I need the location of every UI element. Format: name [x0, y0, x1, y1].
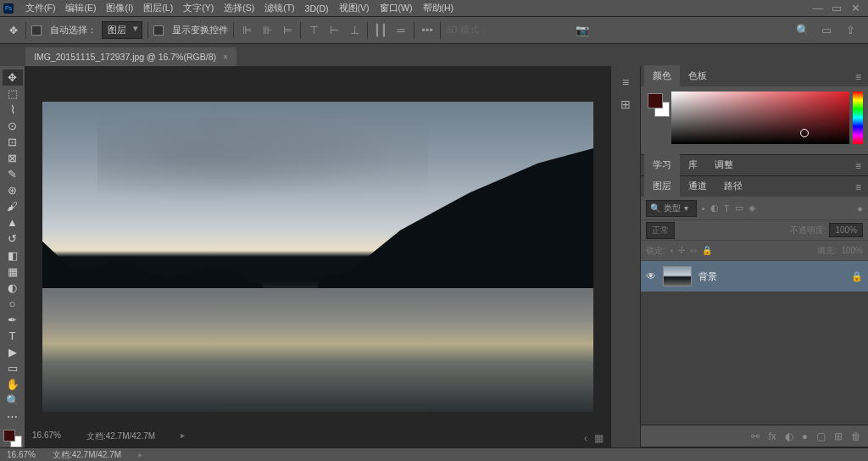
group-icon[interactable]: ▢: [816, 430, 826, 442]
status-zoom[interactable]: 16.67%: [7, 450, 36, 459]
healing-tool[interactable]: ⊛: [3, 182, 23, 198]
color-swatch[interactable]: [3, 430, 22, 447]
lasso-tool[interactable]: ⌇: [3, 102, 23, 118]
tab-paths[interactable]: 路径: [715, 175, 751, 197]
panel-foreground-color[interactable]: [648, 93, 663, 108]
menu-window[interactable]: 窗口(W): [375, 0, 418, 17]
layer-thumbnail[interactable]: [663, 266, 692, 286]
distribute-v-icon[interactable]: ═: [393, 23, 409, 38]
move-tool[interactable]: ✥: [3, 69, 23, 86]
more-icon[interactable]: •••: [420, 23, 435, 38]
canvas[interactable]: [42, 102, 593, 412]
filter-toggle-icon[interactable]: ●: [857, 203, 863, 214]
color-panel-swatch[interactable]: [646, 92, 666, 151]
quick-select-tool[interactable]: ⊙: [3, 118, 23, 134]
new-layer-icon[interactable]: ⊞: [834, 430, 843, 442]
document-tab[interactable]: IMG_20151115_172937.jpg @ 16.7%(RGB/8) ×: [25, 47, 236, 66]
canvas-chevron-left-icon[interactable]: ‹: [584, 432, 587, 444]
menu-3d[interactable]: 3D(D): [300, 1, 334, 16]
brush-tool[interactable]: 🖌: [3, 198, 23, 214]
edit-toolbar[interactable]: ⋯: [3, 408, 23, 425]
path-select-tool[interactable]: ▶: [3, 344, 23, 360]
share-icon[interactable]: ⇪: [843, 23, 858, 38]
visibility-eye-icon[interactable]: 👁: [646, 270, 656, 282]
align-center-icon[interactable]: ⊪: [259, 23, 275, 38]
panel-menu-icon[interactable]: ≡: [849, 68, 868, 86]
menu-layer[interactable]: 图层(L): [138, 0, 178, 17]
rectangle-tool[interactable]: ▭: [3, 360, 23, 376]
eyedropper-tool[interactable]: ✎: [3, 166, 23, 182]
tab-learn[interactable]: 学习: [644, 154, 680, 175]
tab-layers[interactable]: 图层: [644, 175, 680, 197]
align-vmid-icon[interactable]: ⊢: [326, 23, 342, 38]
tab-adjustments[interactable]: 调整: [706, 154, 742, 175]
opacity-input[interactable]: 100%: [829, 223, 863, 237]
hue-strip[interactable]: [853, 92, 863, 144]
filter-shape-icon[interactable]: ▭: [735, 203, 743, 214]
align-right-icon[interactable]: ⊨: [280, 23, 295, 38]
menu-edit[interactable]: 编辑(E): [60, 0, 101, 17]
lock-position-icon[interactable]: ✢: [678, 246, 685, 255]
filter-adjust-icon[interactable]: ◐: [710, 203, 719, 214]
menu-filter[interactable]: 滤镜(T): [259, 0, 299, 17]
zoom-level[interactable]: 16.67%: [32, 430, 61, 442]
panel-menu-icon[interactable]: ≡: [849, 178, 868, 197]
menu-view[interactable]: 视图(V): [334, 0, 375, 17]
foreground-color[interactable]: [3, 430, 15, 442]
close-icon[interactable]: ✕: [849, 2, 861, 14]
color-field[interactable]: [671, 92, 849, 144]
crop-tool[interactable]: ⊡: [3, 134, 23, 150]
tab-libraries[interactable]: 库: [680, 154, 706, 175]
lock-pixels-icon[interactable]: ▪: [670, 246, 674, 255]
close-tab-icon[interactable]: ×: [223, 53, 228, 62]
menu-file[interactable]: 文件(F): [20, 0, 60, 17]
align-top-icon[interactable]: ⊤: [306, 23, 321, 38]
link-layers-icon[interactable]: ⚯: [751, 430, 760, 442]
layer-filter-search[interactable]: 🔍 类型 ▾: [646, 200, 697, 217]
lock-artboard-icon[interactable]: ⇔: [690, 246, 697, 255]
frame-tool[interactable]: ⊠: [3, 150, 23, 166]
dodge-tool[interactable]: ○: [3, 296, 23, 312]
lock-icon[interactable]: 🔒: [851, 271, 863, 282]
search-icon[interactable]: 🔍: [795, 23, 810, 38]
layer-row[interactable]: 👁 背景 🔒: [641, 261, 868, 292]
menu-image[interactable]: 图像(I): [101, 0, 138, 17]
move-tool-icon[interactable]: ✥: [7, 24, 20, 37]
showtransform-checkbox[interactable]: [153, 25, 164, 36]
panel-menu-icon[interactable]: ≡: [849, 157, 868, 175]
status-chevron-icon[interactable]: ▸: [138, 450, 142, 459]
distribute-h-icon[interactable]: ┃┃: [373, 23, 388, 38]
autoselect-checkbox[interactable]: [31, 25, 42, 36]
eraser-tool[interactable]: ◧: [3, 247, 23, 264]
minimize-icon[interactable]: —: [812, 2, 824, 14]
filter-type-icon[interactable]: T: [724, 203, 730, 214]
menu-help[interactable]: 帮助(H): [418, 0, 459, 17]
align-left-icon[interactable]: ⊫: [239, 23, 254, 38]
gradient-tool[interactable]: ▦: [3, 264, 23, 280]
adjustment-layer-icon[interactable]: ●: [802, 430, 808, 442]
layer-name[interactable]: 背景: [698, 270, 717, 283]
tab-color[interactable]: 颜色: [644, 65, 680, 86]
filter-smart-icon[interactable]: ◈: [748, 203, 755, 214]
layer-mask-icon[interactable]: ◐: [785, 430, 793, 442]
history-brush-tool[interactable]: ↺: [3, 230, 23, 247]
pen-tool[interactable]: ✒: [3, 312, 23, 328]
maximize-icon[interactable]: ▭: [831, 2, 843, 14]
autoselect-dropdown[interactable]: 图层: [102, 21, 142, 39]
properties-panel-icon[interactable]: ⊞: [615, 95, 636, 114]
workspace-icon[interactable]: ▭: [819, 23, 834, 38]
layer-fx-icon[interactable]: fx: [768, 430, 776, 442]
delete-layer-icon[interactable]: 🗑: [851, 430, 861, 442]
history-panel-icon[interactable]: ≡: [615, 73, 636, 92]
type-tool[interactable]: T: [3, 328, 23, 344]
doc-info-chevron-icon[interactable]: ▸: [181, 430, 185, 442]
stamp-tool[interactable]: ▲: [3, 214, 23, 230]
menu-select[interactable]: 选择(S): [219, 0, 259, 17]
canvas-grid-icon[interactable]: ▦: [594, 432, 604, 444]
lock-all-icon[interactable]: 🔒: [702, 246, 712, 255]
blur-tool[interactable]: ◐: [3, 280, 23, 296]
menu-type[interactable]: 文字(Y): [178, 0, 219, 17]
tab-channels[interactable]: 通道: [680, 175, 715, 197]
filter-pixel-icon[interactable]: ▪: [702, 203, 705, 214]
tab-swatches[interactable]: 色板: [680, 65, 715, 86]
